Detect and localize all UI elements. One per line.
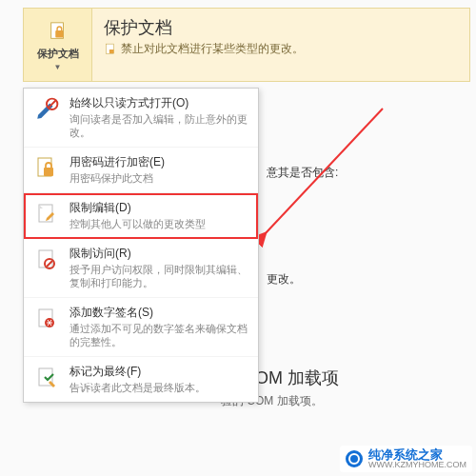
- banner-text: 保护文档 禁止对此文档进行某些类型的更改。: [92, 9, 469, 81]
- menu-item-title: 标记为最终(F): [69, 365, 248, 380]
- watermark: 纯净系统之家 WWW.KZMYHOME.COM: [340, 446, 472, 472]
- svg-rect-3: [109, 50, 114, 53]
- menu-item-title: 始终以只读方式打开(O): [69, 96, 248, 111]
- signature-icon: [33, 306, 60, 332]
- protect-document-banner: 保护文档 ▼ 保护文档 禁止对此文档进行某些类型的更改。: [23, 8, 470, 82]
- page-edit-icon: [33, 201, 60, 228]
- menu-item-desc: 通过添加不可见的数字签名来确保文档的完整性。: [69, 322, 248, 349]
- background-text-1: 意其是否包含:: [267, 165, 338, 181]
- protect-document-button-label: 保护文档: [37, 47, 79, 61]
- menu-item-desc: 授予用户访问权限，同时限制其编辑、复制和打印能力。: [69, 263, 248, 290]
- lock-icon: [33, 155, 60, 182]
- menu-item-title: 限制访问(R): [69, 247, 248, 262]
- menu-item-digital-signature[interactable]: 添加数字签名(S) 通过添加不可见的数字签名来确保文档的完整性。: [24, 298, 258, 357]
- menu-item-desc: 告诉读者此文档是最终版本。: [69, 381, 248, 394]
- menu-item-title: 限制编辑(D): [69, 201, 248, 216]
- menu-item-restrict-editing[interactable]: 限制编辑(D) 控制其他人可以做的更改类型: [24, 193, 258, 239]
- banner-title: 保护文档: [104, 16, 458, 39]
- menu-item-title: 添加数字签名(S): [69, 306, 248, 321]
- svg-rect-1: [55, 30, 63, 37]
- watermark-url: WWW.KZMYHOME.COM: [368, 461, 466, 469]
- menu-item-desc: 询问读者是否加入编辑，防止意外的更改。: [69, 112, 248, 140]
- lock-icon: [45, 18, 71, 45]
- banner-subtitle: 禁止对此文档进行某些类型的更改。: [104, 41, 458, 57]
- menu-item-desc: 控制其他人可以做的更改类型: [69, 217, 248, 230]
- pencil-block-icon: [33, 96, 60, 123]
- menu-item-desc: 用密码保护此文档: [69, 171, 248, 185]
- menu-item-restrict-access[interactable]: 限制访问(R) 授予用户访问权限，同时限制其编辑、复制和打印能力。: [24, 239, 258, 298]
- lock-small-icon: [104, 43, 117, 56]
- chevron-down-icon: ▼: [54, 63, 62, 71]
- menu-item-readonly[interactable]: 始终以只读方式打开(O) 询问读者是否加入编辑，防止意外的更改。: [24, 89, 258, 148]
- final-icon: [33, 365, 60, 391]
- background-text-2: 更改。: [267, 271, 301, 288]
- menu-item-mark-final[interactable]: 标记为最终(F) 告诉读者此文档是最终版本。: [24, 357, 258, 402]
- watermark-logo-icon: [346, 450, 363, 467]
- menu-item-encrypt[interactable]: 用密码进行加密(E) 用密码保护此文档: [24, 148, 258, 193]
- menu-item-title: 用密码进行加密(E): [69, 155, 248, 170]
- protect-document-dropdown-button[interactable]: 保护文档 ▼: [24, 9, 92, 81]
- svg-rect-7: [44, 168, 53, 176]
- page-restrict-icon: [33, 247, 60, 273]
- protect-document-menu: 始终以只读方式打开(O) 询问读者是否加入编辑，防止意外的更改。 用密码进行加密…: [23, 88, 259, 403]
